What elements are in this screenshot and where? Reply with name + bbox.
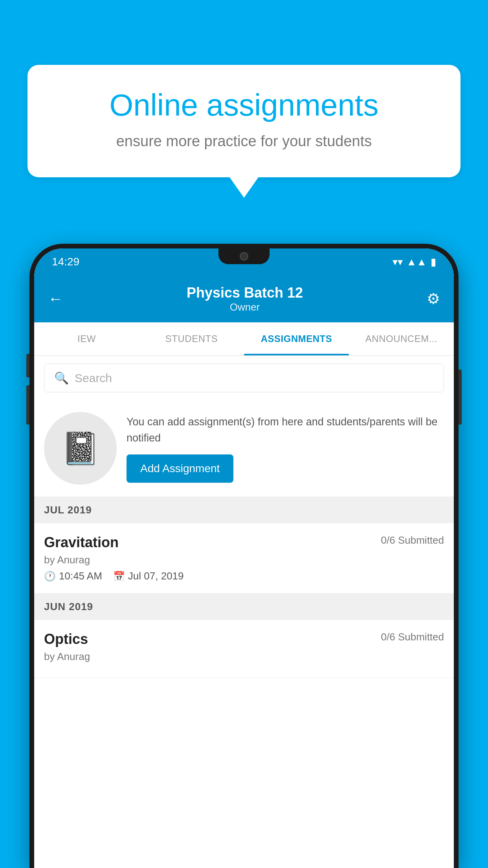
add-assignment-button[interactable]: Add Assignment [127,454,233,483]
notch [218,248,270,264]
settings-button[interactable]: ⚙ [427,290,440,307]
battery-icon: ▮ [431,256,436,268]
assignment-optics-submitted: 0/6 Submitted [381,631,444,643]
signal-icon: ▲▲ [407,256,427,268]
promo-description: You can add assignment(s) from here and … [127,414,444,446]
content-area: 🔍 Search 📓 You can add assignment(s) fro… [34,356,454,868]
search-placeholder: Search [75,371,112,385]
clock-icon: 🕐 [44,571,56,582]
header-title: Physics Batch 12 [187,285,303,301]
speech-bubble-container: Online assignments ensure more practice … [28,65,460,177]
volume-down-button [26,385,29,425]
assignment-gravitation-date: 📅 Jul 07, 2019 [113,570,184,582]
search-icon: 🔍 [54,371,69,385]
assignment-gravitation-time: 🕐 10:45 AM [44,570,102,582]
promo-content: You can add assignment(s) from here and … [127,414,444,483]
tab-students[interactable]: STUDENTS [139,322,244,355]
phone-frame: 14:29 ▾▾ ▲▲ ▮ ← Physics Batch 12 Owner ⚙… [29,244,459,868]
assignment-optics-name: Optics [44,631,88,647]
assignment-gravitation-meta: 🕐 10:45 AM 📅 Jul 07, 2019 [44,570,444,582]
assignment-optics-row1: Optics 0/6 Submitted [44,631,444,647]
assignment-gravitation-date-value: Jul 07, 2019 [128,570,184,582]
assignment-optics[interactable]: Optics 0/6 Submitted by Anurag [34,620,454,678]
assignment-gravitation[interactable]: Gravitation 0/6 Submitted by Anurag 🕐 10… [34,523,454,594]
assignment-optics-author: by Anurag [44,651,444,663]
tab-announcements[interactable]: ANNOUNCEM... [349,322,454,355]
tab-students-label: STUDENTS [165,333,218,344]
tab-assignments-label: ASSIGNMENTS [261,333,332,344]
header-subtitle: Owner [187,301,303,313]
header-center: Physics Batch 12 Owner [187,285,303,313]
assignment-icon-circle: 📓 [44,412,117,485]
assignment-gravitation-submitted: 0/6 Submitted [381,534,444,546]
section-label-jul2019: JUL 2019 [44,504,92,516]
assignment-gravitation-author: by Anurag [44,554,444,566]
speech-bubble-title: Online assignments [55,88,433,122]
volume-up-button [26,354,29,377]
assignment-gravitation-row1: Gravitation 0/6 Submitted [44,534,444,551]
camera-icon [240,252,248,261]
tab-assignments[interactable]: ASSIGNMENTS [244,322,349,355]
promo-card: 📓 You can add assignment(s) from here an… [34,400,454,497]
tab-iew-label: IEW [77,333,96,344]
phone-screen: 14:29 ▾▾ ▲▲ ▮ ← Physics Batch 12 Owner ⚙… [34,248,454,868]
notebook-icon: 📓 [61,430,100,467]
status-icons: ▾▾ ▲▲ ▮ [393,256,436,268]
speech-bubble-subtitle: ensure more practice for your students [55,131,433,152]
search-box[interactable]: 🔍 Search [44,364,444,392]
tab-announcements-label: ANNOUNCEM... [365,333,437,344]
speech-bubble: Online assignments ensure more practice … [28,65,460,177]
assignment-gravitation-time-value: 10:45 AM [59,570,102,582]
app-header: ← Physics Batch 12 Owner ⚙ [34,275,454,322]
tab-iew[interactable]: IEW [34,322,139,355]
back-button[interactable]: ← [48,291,63,307]
wifi-icon: ▾▾ [393,256,403,268]
status-time: 14:29 [52,256,79,268]
section-header-jul2019: JUL 2019 [34,497,454,523]
section-label-jun2019: JUN 2019 [44,601,93,612]
calendar-icon: 📅 [113,571,125,582]
tabs-bar: IEW STUDENTS ASSIGNMENTS ANNOUNCEM... [34,322,454,356]
power-button [459,370,462,425]
section-header-jun2019: JUN 2019 [34,594,454,620]
assignment-gravitation-name: Gravitation [44,534,119,551]
search-container: 🔍 Search [34,356,454,400]
